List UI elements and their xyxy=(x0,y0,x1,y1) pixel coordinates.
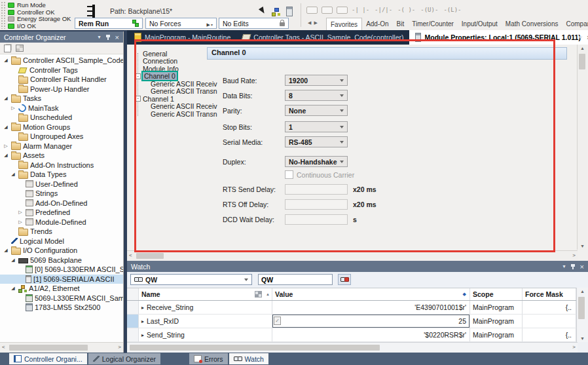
watch-row-value[interactable]: 25✓ xyxy=(272,315,470,328)
tree-item-data-types[interactable]: ◢Data Types xyxy=(0,170,123,180)
close-icon[interactable]: × xyxy=(115,34,119,41)
tree-item-a1-a2-ethernet[interactable]: ◢A1/A2, Ethernet xyxy=(0,284,123,294)
scroll-up-icon[interactable]: ▲ xyxy=(577,289,588,294)
tree-item-trends[interactable]: Trends xyxy=(0,227,123,237)
watch-row-receive-string[interactable]: ▸Receive_String'E4390701001$r'MainProgra… xyxy=(127,301,576,315)
expanded-arrow-icon[interactable]: ◢ xyxy=(3,58,9,63)
watch-row-value[interactable]: '$0220RSR$r' xyxy=(272,328,470,341)
forces-dropdown[interactable]: No Forces ▶▾ xyxy=(145,18,217,29)
tab-list-icon[interactable]: ▼ xyxy=(578,35,583,41)
tree-item-motion-groups[interactable]: ◢Motion Groups xyxy=(0,123,123,132)
column-header-force-mask[interactable]: Force Mask xyxy=(523,288,576,300)
tree-item-controller-fault-handler[interactable]: Controller Fault Handler xyxy=(0,75,123,85)
instruction-tab-math-conversions[interactable]: Math Conversions xyxy=(502,18,562,30)
module-nav-item-generic-ascii-receiv[interactable]: Generic ASCII Receiv xyxy=(134,80,206,88)
module-nav-item-connection[interactable]: Connection xyxy=(134,58,206,66)
collapsed-arrow-icon[interactable]: ▷ xyxy=(17,210,24,215)
module-vertical-scrollbar[interactable]: ▲ ▼ xyxy=(577,45,587,250)
module-nav-item-general[interactable]: General xyxy=(134,50,206,58)
module-nav-item-generic-ascii-transn[interactable]: Generic ASCII Transn xyxy=(134,110,206,118)
tree-item-tasks[interactable]: ◢Tasks xyxy=(0,94,123,104)
watch-scope-dropdown[interactable]: QW xyxy=(130,274,252,285)
ladder-instruction-icon[interactable]: -(L)- xyxy=(443,7,461,13)
tree-item-controller-tags[interactable]: Controller Tags xyxy=(0,66,123,75)
instruction-tab-favorites[interactable]: Favorites xyxy=(326,18,362,30)
organizer-horizontal-scrollbar[interactable]: < > xyxy=(0,342,123,353)
tree-item-1-5069-serial-a-ascii[interactable]: [1] 5069-SERIAL/A ASCII xyxy=(0,275,123,284)
tree-item-user-defined[interactable]: User-Defined xyxy=(0,180,123,189)
expanded-arrow-icon[interactable]: ◢ xyxy=(10,286,16,291)
tree-item-add-on-defined[interactable]: Add-On-Defined xyxy=(0,199,123,208)
window-position-icon[interactable]: ▾ xyxy=(563,263,566,269)
toolbar-grip[interactable] xyxy=(1,1,5,29)
pin-icon[interactable] xyxy=(570,263,576,269)
watch-refresh-button[interactable] xyxy=(338,274,351,285)
scroll-right-icon[interactable]: > xyxy=(572,252,576,258)
module-icon[interactable] xyxy=(286,7,293,16)
watch-row-name[interactable]: ▸Last_RxID xyxy=(139,315,272,328)
watch-row-value[interactable]: 'E4390701001$r' xyxy=(272,301,470,314)
collapse-box-icon[interactable]: - xyxy=(135,96,141,102)
tree-item-module-defined[interactable]: ▷Module-Defined xyxy=(0,218,123,227)
column-header-value[interactable]: Value◆ xyxy=(272,288,470,300)
bottom-tab-logical-organizer[interactable]: Logical Organizer xyxy=(88,353,160,364)
bottom-tab-controller-organi[interactable]: Controller Organi... xyxy=(9,353,87,364)
ladder-instruction-icon[interactable]: -| |- xyxy=(352,7,369,13)
scroll-right-icon[interactable]: > xyxy=(572,344,576,350)
ladder-instruction-icon[interactable]: -( )- xyxy=(397,7,415,13)
column-header-name[interactable]: Name▲ xyxy=(139,288,272,300)
tree-item-0-5069-l330erm-ascii-samp[interactable]: [0] 5069-L330ERM ASCII_Samp xyxy=(0,265,123,275)
expanded-arrow-icon[interactable]: ◢ xyxy=(10,172,16,177)
scroll-up-icon[interactable]: ▲ xyxy=(578,46,587,50)
collapsed-arrow-icon[interactable]: ▷ xyxy=(17,220,24,225)
continuous-carrier-checkbox[interactable] xyxy=(285,170,293,179)
watch-row-last-rxid[interactable]: ▸Last_RxID25✓MainProgram xyxy=(127,315,576,328)
window-position-icon[interactable]: ▾ xyxy=(98,34,101,40)
tree-item-assets[interactable]: ◢Assets xyxy=(0,151,123,161)
bottom-tab-errors[interactable]: Errors xyxy=(189,353,228,364)
module-nav-item-channel-0[interactable]: -Channel 0 xyxy=(134,73,206,81)
bottom-tab-watch[interactable]: Watch xyxy=(229,353,268,364)
select-cursor-icon[interactable] xyxy=(259,6,268,16)
module-nav-item-module-info[interactable]: Module Info xyxy=(134,65,206,73)
expand-arrow-icon[interactable]: ▸ xyxy=(141,318,144,324)
tree-item-5069-backplane[interactable]: ◢5069 Backplane xyxy=(0,256,123,265)
tree-item-power-up-handler[interactable]: Power-Up Handler xyxy=(0,85,123,94)
controller-mode-dropdown[interactable]: Rem Run xyxy=(75,18,143,29)
scroll-right-icon[interactable]: > xyxy=(118,344,121,350)
expanded-arrow-icon[interactable]: ◢ xyxy=(3,125,9,130)
tree-item-logical-model[interactable]: Logical Model xyxy=(0,237,123,246)
column-header-scope[interactable]: Scope xyxy=(470,288,523,300)
collapsed-arrow-icon[interactable]: ▷ xyxy=(3,144,9,149)
tree-item-5069-l330erm-ascii-sample[interactable]: 5069-L330ERM ASCII_Sample_ xyxy=(0,294,123,303)
edits-dropdown[interactable]: No Edits xyxy=(219,18,289,29)
field-select-serial-media[interactable]: RS-485 xyxy=(285,136,348,147)
scrollbar-thumb[interactable] xyxy=(579,54,585,69)
instruction-tab-bit[interactable]: Bit xyxy=(393,18,409,30)
expand-arrow-icon[interactable]: ▸ xyxy=(141,332,144,338)
expanded-arrow-icon[interactable]: ◢ xyxy=(3,248,9,253)
network-browse-icon[interactable] xyxy=(272,8,280,16)
scroll-down-icon[interactable]: ▼ xyxy=(577,336,588,341)
collapse-all-icon[interactable] xyxy=(4,45,11,52)
new-branch-icon[interactable] xyxy=(322,7,333,14)
tree-item-predefined[interactable]: ▷Predefined xyxy=(0,208,123,218)
expand-arrow-icon[interactable]: ▸ xyxy=(141,305,144,311)
delay-input-rts-off-delay[interactable] xyxy=(285,199,348,210)
tree-item-maintask[interactable]: ▷MainTask xyxy=(0,104,123,113)
field-select-baud-rate[interactable]: 19200 xyxy=(285,75,348,86)
document-tab-module[interactable]: Module Properties: Local:1 (5069-SERIAL … xyxy=(409,30,588,45)
tree-item-i-o-configuration[interactable]: ◢I/O Configuration xyxy=(0,246,123,256)
module-nav-item-generic-ascii-receiv[interactable]: Generic ASCII Receiv xyxy=(134,103,206,111)
watch-vertical-scrollbar[interactable]: ▲ ▼ xyxy=(576,288,588,342)
tab-scroll-arrows[interactable]: ◀▶ xyxy=(308,20,320,26)
scrollbar-thumb[interactable] xyxy=(9,345,88,351)
field-select-data-bits[interactable]: 8 xyxy=(285,90,348,101)
scrollbar-thumb[interactable] xyxy=(578,297,585,319)
watch-row-name[interactable]: ▸Receive_String xyxy=(139,301,272,314)
tree-item-alarm-manager[interactable]: ▷Alarm Manager xyxy=(0,142,123,151)
scrollbar-thumb[interactable] xyxy=(136,253,164,259)
scrollbar-thumb[interactable] xyxy=(130,345,380,351)
value-edit-dropdown-icon[interactable]: ✓ xyxy=(274,317,281,325)
tree-item-ungrouped-axes[interactable]: Ungrouped Axes xyxy=(0,132,123,142)
